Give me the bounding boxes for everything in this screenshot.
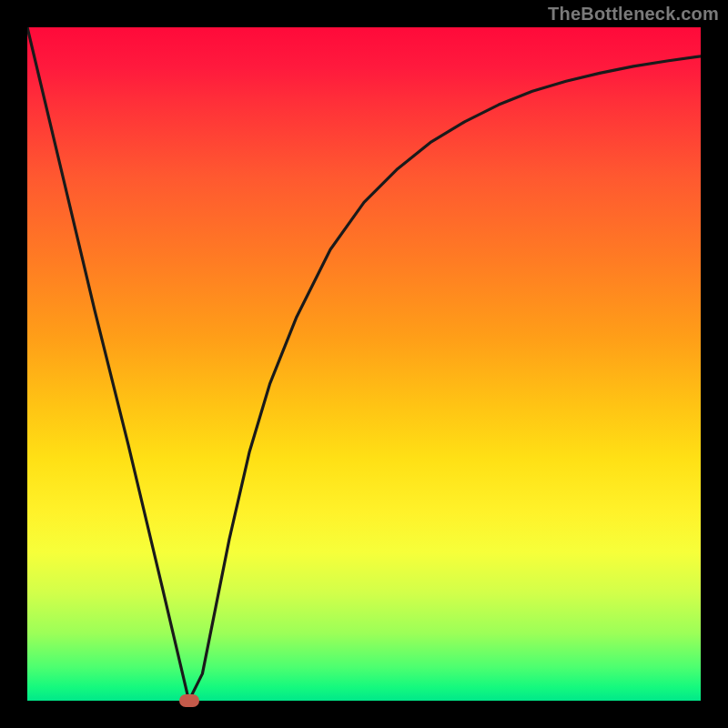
watermark-text: TheBottleneck.com (548, 4, 719, 25)
chart-frame: TheBottleneck.com (0, 0, 728, 728)
curve-line (27, 27, 701, 701)
min-marker (179, 694, 199, 707)
curve-svg (27, 27, 701, 701)
plot-area (27, 27, 701, 701)
